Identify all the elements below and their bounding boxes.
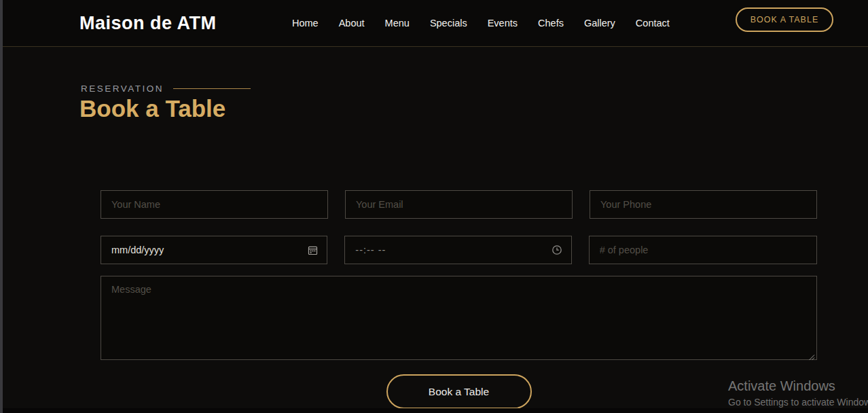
- time-value: --:-- --: [355, 245, 386, 255]
- people-input[interactable]: [589, 236, 817, 264]
- nav-item-contact[interactable]: Contact: [636, 18, 670, 29]
- date-input[interactable]: mm/dd/yyyy: [101, 236, 327, 264]
- email-input[interactable]: [345, 190, 573, 219]
- nav-item-chefs[interactable]: Chefs: [538, 18, 564, 29]
- book-a-table-submit-button[interactable]: Book a Table: [386, 374, 532, 409]
- nav-item-gallery[interactable]: Gallery: [584, 18, 615, 29]
- eyebrow-divider-line: [173, 88, 251, 89]
- nav-item-specials[interactable]: Specials: [430, 18, 467, 29]
- page: Maison de ATM Home About Menu Specials E…: [0, 0, 868, 413]
- time-input[interactable]: --:-- --: [344, 236, 571, 264]
- textarea-resize-handle[interactable]: [808, 351, 815, 358]
- window-edge-strip: [0, 0, 3, 413]
- nav-item-home[interactable]: Home: [292, 18, 319, 29]
- message-field-wrap: [101, 276, 817, 360]
- clock-icon[interactable]: [551, 245, 562, 255]
- book-a-table-header-button[interactable]: BOOK A TABLE: [736, 7, 833, 32]
- main-nav: Home About Menu Specials Events Chefs Ga…: [292, 0, 670, 46]
- bottom-edge-strip: [0, 408, 868, 413]
- nav-item-about[interactable]: About: [339, 18, 365, 29]
- page-title: Book a Table: [79, 96, 225, 122]
- section-eyebrow-label: RESERVATION: [81, 84, 164, 94]
- section-eyebrow-row: RESERVATION: [81, 84, 251, 94]
- phone-input[interactable]: [590, 190, 817, 219]
- nav-item-events[interactable]: Events: [488, 18, 518, 29]
- form-row-1: [101, 190, 817, 219]
- reservation-form: mm/dd/yyyy --:-- --: [101, 190, 817, 409]
- site-header: Maison de ATM Home About Menu Specials E…: [3, 0, 868, 47]
- form-row-2: mm/dd/yyyy --:-- --: [101, 236, 817, 264]
- date-value: mm/dd/yyyy: [111, 245, 164, 255]
- message-textarea[interactable]: [101, 276, 817, 360]
- site-logo[interactable]: Maison de ATM: [79, 13, 217, 34]
- calendar-icon[interactable]: [308, 245, 318, 255]
- name-input[interactable]: [101, 190, 328, 219]
- nav-item-menu[interactable]: Menu: [385, 18, 410, 29]
